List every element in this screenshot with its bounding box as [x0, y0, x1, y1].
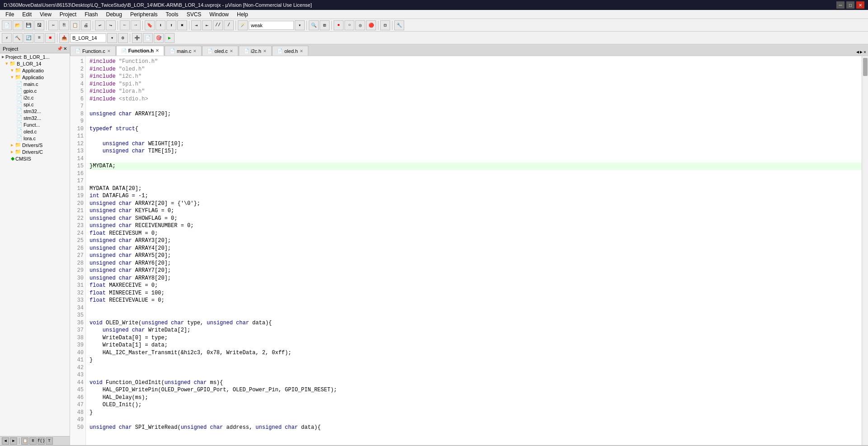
- cut-button[interactable]: ✂: [48, 20, 58, 30]
- code-editor[interactable]: 1234567891011121314151617181920212223242…: [70, 56, 868, 445]
- menu-item-peripherals[interactable]: Peripherals: [127, 10, 161, 19]
- r-btn[interactable]: R: [29, 437, 37, 445]
- tools-button[interactable]: 🔧: [394, 20, 404, 30]
- tree-item-1[interactable]: ▾ 📁 B_LOR_14: [0, 60, 70, 67]
- tab-close-4[interactable]: ✕: [263, 49, 267, 53]
- tab-4[interactable]: 📄 i2c.h ✕: [239, 46, 272, 56]
- save-all-button[interactable]: 🖫: [34, 20, 44, 30]
- bookmark-next-button[interactable]: ⬇: [156, 20, 165, 30]
- tree-item-0[interactable]: ▸ Project: B_LOR_1...: [0, 53, 70, 60]
- menu-item-view[interactable]: View: [36, 10, 55, 19]
- undo-button[interactable]: ↩: [95, 20, 105, 30]
- menu-item-edit[interactable]: Edit: [19, 10, 35, 19]
- tree-item-13[interactable]: ▸ 📁 Drivers/S: [0, 142, 70, 148]
- menu-item-tools[interactable]: Tools: [162, 10, 182, 19]
- scroll-right-btn[interactable]: ▶: [10, 437, 17, 445]
- project-panel-close-btn[interactable]: ✕: [63, 46, 67, 51]
- target-input[interactable]: B_LOR_14: [70, 33, 106, 43]
- code-content[interactable]: #include "Function.h"#include "oled.h"#i…: [86, 56, 868, 445]
- scrollbar-thumb[interactable]: [863, 58, 868, 76]
- tree-item-12[interactable]: 📄 lora.c: [0, 135, 70, 142]
- tree-item-15[interactable]: ◆ CMSIS: [0, 155, 70, 162]
- bp-disable-button[interactable]: 🔴: [366, 20, 376, 30]
- compile-btn[interactable]: ⚡: [2, 33, 12, 43]
- menu-item-file[interactable]: File: [2, 10, 18, 19]
- nav-back-button[interactable]: ←: [120, 20, 130, 30]
- book-btn[interactable]: 📋: [21, 437, 28, 445]
- tab-close-0[interactable]: ✕: [107, 49, 111, 53]
- tree-item-4[interactable]: 📄 main.c: [0, 81, 70, 87]
- redo-button[interactable]: ↪: [106, 20, 116, 30]
- tab-3[interactable]: 📄 oled.c ✕: [202, 46, 238, 56]
- build-btn[interactable]: 🔨: [13, 33, 23, 43]
- tab-nav-right[interactable]: ▶: [860, 49, 863, 55]
- fn-btn[interactable]: f(): [38, 437, 45, 445]
- scroll-left-btn[interactable]: ◀: [2, 437, 9, 445]
- breakpoint-button[interactable]: ●: [334, 20, 344, 30]
- batch-build-btn[interactable]: ≡: [34, 33, 44, 43]
- menu-item-debug[interactable]: Debug: [103, 10, 126, 19]
- bookmark-clear-button[interactable]: ✖: [177, 20, 187, 30]
- new-file-button[interactable]: 📄: [2, 20, 12, 30]
- tab-2[interactable]: 📄 main.c ✕: [165, 46, 202, 56]
- tab-nav-left[interactable]: ◀: [856, 49, 859, 55]
- tree-item-5[interactable]: 📄 gpio.c: [0, 87, 70, 94]
- tmpl-btn[interactable]: T: [46, 437, 53, 445]
- tab-5[interactable]: 📄 oled.h ✕: [272, 46, 308, 56]
- tree-item-6[interactable]: 📄 i2c.c: [0, 94, 70, 101]
- target-dropdown-btn[interactable]: ▾: [107, 33, 117, 43]
- tree-item-14[interactable]: ▸ 📁 Drivers/C: [0, 148, 70, 155]
- tab-close-all[interactable]: ✕: [863, 49, 866, 55]
- menu-item-flash[interactable]: Flash: [81, 10, 101, 19]
- weak-input[interactable]: weak: [249, 21, 294, 30]
- tree-item-10[interactable]: 📄 Funct...: [0, 121, 70, 128]
- vertical-scrollbar[interactable]: [862, 56, 868, 445]
- add-file-btn[interactable]: 📄: [143, 33, 153, 43]
- tree-item-7[interactable]: 📄 spi.c: [0, 101, 70, 108]
- print-button[interactable]: 🖨: [81, 20, 91, 30]
- tab-close-5[interactable]: ✕: [300, 49, 303, 53]
- add-group-btn[interactable]: ➕: [132, 33, 142, 43]
- window-layout-button[interactable]: ⊟: [380, 20, 390, 30]
- open-file-button[interactable]: 📂: [13, 20, 23, 30]
- save-button[interactable]: 💾: [24, 20, 33, 30]
- indent-inc-button[interactable]: ⇥: [191, 20, 201, 30]
- tab-close-3[interactable]: ✕: [230, 49, 233, 53]
- target-settings-btn[interactable]: ⚙: [118, 33, 128, 43]
- stop-btn[interactable]: ■: [45, 33, 55, 43]
- maximize-button[interactable]: □: [846, 1, 854, 9]
- nav-fwd-button[interactable]: →: [131, 20, 141, 30]
- magic-wand-button[interactable]: 🪄: [238, 20, 248, 30]
- indent-dec-button[interactable]: ⇤: [202, 20, 212, 30]
- menu-item-svcs[interactable]: SVCS: [183, 10, 205, 19]
- tree-item-11[interactable]: 📄 oled.c: [0, 128, 70, 135]
- tree-item-9[interactable]: 📄 stm32...: [0, 114, 70, 121]
- menu-item-help[interactable]: Help: [233, 10, 252, 19]
- tree-item-8[interactable]: 📄 stm32...: [0, 108, 70, 114]
- rebuild-btn[interactable]: 🔄: [24, 33, 33, 43]
- comment-button[interactable]: //: [213, 20, 223, 30]
- tree-item-3[interactable]: ▾ 📁 Applicatio: [0, 74, 70, 81]
- tab-0[interactable]: 📄 Function.c ✕: [70, 46, 116, 56]
- tab-close-1[interactable]: ✕: [156, 48, 159, 53]
- tree-item-2[interactable]: ▾ 📁 Applicatio: [0, 67, 70, 74]
- tab-close-2[interactable]: ✕: [193, 49, 197, 53]
- menu-item-window[interactable]: Window: [206, 10, 232, 19]
- copy-button[interactable]: ⎘: [59, 20, 69, 30]
- target-select-btn[interactable]: 🎯: [154, 33, 164, 43]
- menu-item-project[interactable]: Project: [56, 10, 80, 19]
- close-button[interactable]: ✕: [856, 1, 864, 9]
- project-panel-pin-btn[interactable]: 📌: [57, 46, 62, 51]
- dropdown-btn[interactable]: ▾: [295, 20, 305, 30]
- bp-clear-button[interactable]: ◎: [355, 20, 365, 30]
- tab-1[interactable]: 📄 Function.h ✕: [116, 46, 164, 56]
- bookmark-prev-button[interactable]: ⬆: [166, 20, 176, 30]
- minimize-button[interactable]: ─: [836, 1, 844, 9]
- bookmark-button[interactable]: 🔖: [145, 20, 155, 30]
- find-all-button[interactable]: ⊞: [320, 20, 330, 30]
- run-btn[interactable]: ▶: [165, 33, 175, 43]
- bp-toggle-button[interactable]: ○: [344, 20, 354, 30]
- download-btn[interactable]: 📥: [59, 33, 69, 43]
- search-button[interactable]: 🔍: [309, 20, 319, 30]
- uncomment-button[interactable]: /: [224, 20, 234, 30]
